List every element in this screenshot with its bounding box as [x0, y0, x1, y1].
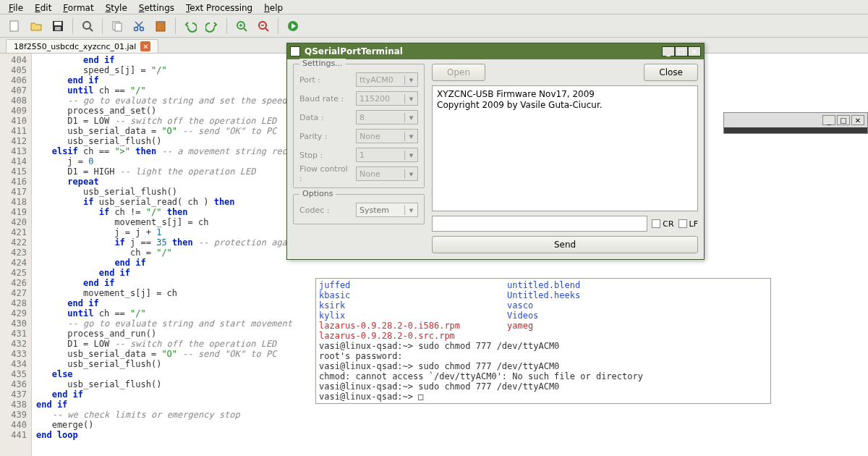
chevron-down-icon: ▾: [404, 151, 414, 160]
cut-icon[interactable]: [130, 17, 148, 35]
chevron-down-icon: ▾: [404, 94, 414, 104]
svg-rect-3: [55, 27, 61, 30]
svg-rect-2: [54, 22, 61, 25]
parity-combo[interactable]: None▾: [356, 129, 418, 143]
menu-format[interactable]: Format: [59, 1, 98, 12]
cr-checkbox[interactable]: CR: [652, 219, 673, 229]
close-tab-icon[interactable]: ✕: [140, 41, 150, 51]
zoom-out-icon[interactable]: [255, 17, 272, 35]
baud-label: Baud rate :: [299, 94, 352, 104]
menu-text-processing[interactable]: Text Processing: [182, 1, 257, 12]
output-line: Copyright 2009 by Vasile Guta-Ciucur.: [437, 100, 693, 111]
svg-line-5: [90, 28, 93, 31]
options-group-title: Options: [299, 189, 336, 198]
baud-combo[interactable]: 115200▾: [356, 91, 418, 106]
terminal-output[interactable]: juffeduntitled.blendkbasicUntitled.heeks…: [315, 278, 771, 404]
copy-icon[interactable]: [109, 17, 126, 35]
undo-icon[interactable]: [182, 17, 199, 35]
new-file-icon[interactable]: [6, 17, 23, 35]
output-line: XYZCNC-USB Firmware Nov17, 2009: [437, 89, 693, 100]
dialog-close-icon[interactable]: ✕: [688, 46, 701, 56]
background-terminal: _ □ ✕: [723, 112, 868, 134]
open-file-icon[interactable]: [27, 17, 45, 35]
menu-file[interactable]: File: [4, 1, 27, 12]
flow-combo[interactable]: None▾: [356, 166, 418, 181]
maximize-icon[interactable]: □: [837, 115, 850, 125]
redo-icon[interactable]: [203, 17, 221, 35]
menubar: FileEditFormatStyleSettingsText Processi…: [0, 0, 868, 14]
paste-icon[interactable]: [152, 17, 169, 35]
line-gutter: 4044054064074084094104114124134144154164…: [0, 54, 32, 456]
svg-point-4: [83, 22, 90, 29]
stop-combo[interactable]: 1▾: [356, 148, 418, 162]
dialog-minimize-icon[interactable]: _: [662, 46, 675, 56]
send-input[interactable]: [432, 216, 647, 232]
codec-label: Codec :: [299, 206, 352, 215]
options-group: Options Codec : System▾: [293, 194, 425, 224]
codec-combo[interactable]: System▾: [356, 203, 418, 217]
menu-settings[interactable]: Settings: [135, 1, 179, 12]
chevron-down-icon: ▾: [404, 113, 414, 122]
menu-edit[interactable]: Edit: [30, 1, 56, 12]
app-icon: [290, 46, 300, 56]
svg-rect-0: [10, 21, 18, 31]
svg-line-15: [244, 28, 247, 31]
chevron-down-icon: ▾: [404, 206, 414, 215]
open-button[interactable]: Open: [432, 64, 485, 81]
chevron-down-icon: ▾: [404, 169, 414, 179]
lf-checkbox[interactable]: LF: [678, 219, 698, 229]
dialog-maximize-icon[interactable]: □: [675, 46, 688, 56]
serial-output: XYZCNC-USB Firmware Nov17, 2009 Copyrigh…: [432, 85, 698, 211]
send-button[interactable]: Send: [432, 236, 698, 253]
save-icon[interactable]: [49, 17, 67, 35]
tab-label: 18f2550_usbcdc_xyzcnc_01.jal: [14, 42, 136, 51]
svg-line-19: [265, 28, 268, 31]
data-label: Data :: [299, 113, 352, 122]
data-combo[interactable]: 8▾: [356, 110, 418, 124]
settings-group: Settings... Port : ttyACM0▾ Baud rate : …: [293, 64, 425, 188]
stop-label: Stop :: [299, 151, 352, 160]
svg-rect-13: [158, 21, 163, 23]
chevron-down-icon: ▾: [404, 75, 414, 85]
close-button[interactable]: Close: [644, 64, 698, 81]
close-icon[interactable]: ✕: [851, 115, 864, 125]
menu-style[interactable]: Style: [101, 1, 132, 12]
run-icon[interactable]: [284, 17, 302, 35]
zoom-in-icon[interactable]: [233, 17, 250, 35]
port-combo[interactable]: ttyACM0▾: [356, 72, 418, 87]
minimize-icon[interactable]: _: [822, 115, 835, 125]
dialog-titlebar[interactable]: QSerialPortTerminal _ □ ✕: [287, 43, 704, 59]
menu-help[interactable]: help: [260, 1, 287, 12]
serial-dialog: QSerialPortTerminal _ □ ✕ Settings... Po…: [286, 43, 705, 260]
port-label: Port :: [299, 75, 352, 85]
settings-group-title: Settings...: [299, 59, 346, 68]
search-icon[interactable]: [79, 17, 96, 35]
svg-rect-7: [115, 23, 122, 31]
toolbar: [0, 14, 868, 38]
parity-label: Parity :: [299, 132, 352, 141]
flow-label: Flow control :: [299, 164, 352, 183]
chevron-down-icon: ▾: [404, 132, 414, 141]
dialog-title: QSerialPortTerminal: [305, 46, 403, 56]
file-tab[interactable]: 18f2550_usbcdc_xyzcnc_01.jal ✕: [6, 39, 158, 53]
